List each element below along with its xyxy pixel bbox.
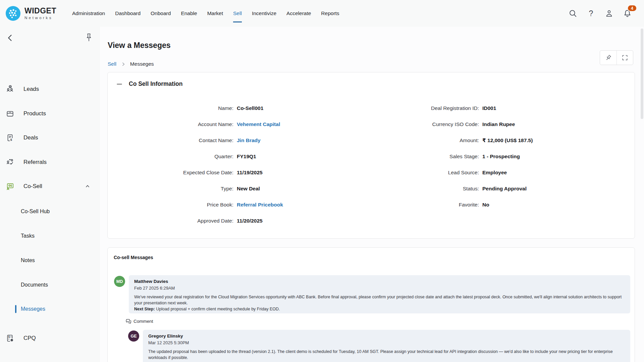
pin-page-button[interactable] (600, 51, 616, 65)
co-sell-messages-card: Co-sell Messages MD Matthew Davies Feb 2… (107, 247, 635, 362)
sidebar-item-leads[interactable]: Leads (0, 82, 100, 96)
vertical-scrollbar[interactable] (641, 28, 643, 360)
brand-name: WIDGET (24, 7, 56, 15)
field-name: Name: Co-Sell001 (108, 100, 371, 116)
message-body: We've reviewed your deal registration fo… (134, 294, 625, 312)
deals-icon: $ (6, 133, 14, 142)
breadcrumb: Sell Messeges (108, 61, 154, 67)
page-title: View a Messeges (108, 41, 171, 50)
messages-card-title: Co-sell Messages (114, 255, 153, 260)
app-window: WIDGET Networks Administration Dashboard… (0, 0, 644, 362)
sidebar-item-referrals[interactable]: Referrals (0, 155, 100, 169)
nav-market[interactable]: Market (207, 4, 223, 22)
help-icon[interactable]: ? (586, 9, 596, 18)
nav-onboard[interactable]: Onboard (151, 4, 171, 22)
collapse-section-icon[interactable] (116, 81, 123, 87)
avatar: GE (128, 330, 139, 342)
sidebar-item-deals[interactable]: $ Deals (0, 131, 100, 145)
fullscreen-button[interactable] (616, 51, 633, 65)
sidebar-item-co-sell[interactable]: $ Co-Sell (0, 179, 100, 193)
sidebar-item-messeges[interactable]: Messeges (0, 303, 100, 315)
leads-icon (6, 85, 14, 94)
user-icon[interactable] (604, 9, 614, 18)
brand-logo[interactable]: WIDGET Networks (0, 6, 72, 21)
svg-text:$: $ (8, 335, 10, 339)
co-sell-icon: $ (6, 182, 14, 191)
info-fields: Name: Co-Sell001 Account Name: Vehement … (108, 100, 635, 229)
sidebar-item-documents[interactable]: Documents (0, 279, 100, 291)
message-body: The updated proposal has been uploaded t… (148, 349, 625, 361)
field-status: Status: Pending Approval (371, 181, 635, 197)
nav-enable[interactable]: Enable (181, 4, 197, 22)
products-icon (6, 109, 14, 118)
nav-accelerate[interactable]: Accelerate (286, 4, 311, 22)
contact-name-link[interactable]: Jin Brady (237, 137, 261, 143)
field-quarter: Quarter: FY19Q1 (108, 148, 371, 165)
sidebar-collapse-back-icon[interactable] (5, 33, 15, 43)
field-approved-date: Approved Date: 11/20/2025 (108, 213, 371, 229)
referrals-icon (6, 158, 14, 167)
top-bar: WIDGET Networks Administration Dashboard… (0, 0, 644, 27)
sidebar-item-notes[interactable]: Notes (0, 254, 100, 266)
notification-count-badge: 4 (627, 5, 637, 12)
field-favorite: Favorite: No (371, 197, 635, 213)
message-author: Matthew Davies (134, 279, 625, 284)
message-author: Gregory Elinsky (148, 334, 625, 339)
section-title: Co Sell Information (129, 80, 182, 87)
field-lead-source: Lead Source: Employee (371, 165, 635, 181)
main-content: Sell Messeges View a Messeges (100, 27, 644, 362)
avatar: MD (114, 276, 125, 287)
field-type: Type: New Deal (108, 181, 371, 197)
nav-dashboard[interactable]: Dashboard (115, 4, 141, 22)
nav-incentivize[interactable]: Incentivize (252, 4, 276, 22)
nav-administration[interactable]: Administration (72, 4, 105, 22)
message-date: Feb 27 2025 6:29AM (134, 286, 625, 291)
price-book-link[interactable]: Referral Pricebook (237, 202, 283, 208)
sidebar-item-products[interactable]: Products (0, 107, 100, 121)
message-bubble: Matthew Davies Feb 27 2025 6:29AM We've … (129, 275, 630, 313)
page-actions (600, 50, 633, 65)
nav-reports[interactable]: Reports (321, 4, 339, 22)
widget-logo-icon (6, 6, 20, 21)
sidebar: Leads Products $ Deals (0, 27, 100, 362)
message-bubble: Gregory Elinsky Mar 12 2025 5:30PM The u… (143, 330, 630, 362)
field-sales-stage: Sales Stage: 1 - Prospecting (371, 148, 635, 165)
field-account-name: Account Name: Vehement Capital (108, 116, 371, 132)
field-contact-name: Contact Name: Jin Brady (108, 132, 371, 148)
nav-sell[interactable]: Sell (233, 4, 242, 22)
svg-text:$: $ (10, 138, 12, 141)
field-currency-iso-code: Currency ISO Code: Indian Rupee (371, 116, 635, 132)
field-deal-registration-id: Deal Registration ID: ID001 (371, 100, 635, 116)
search-icon[interactable] (568, 9, 578, 18)
top-navigation: Administration Dashboard Onboard Enable … (72, 4, 339, 22)
co-sell-information-card: Co Sell Information Name: Co-Sell001 Acc… (107, 72, 635, 239)
svg-text:$: $ (11, 184, 12, 187)
comment-button[interactable]: Comment (125, 318, 153, 324)
sidebar-pin-icon[interactable] (85, 33, 94, 43)
brand-subtitle: Networks (24, 16, 56, 20)
selected-indicator (15, 305, 16, 313)
scrollbar-thumb[interactable] (641, 28, 643, 119)
breadcrumb-sell-link[interactable]: Sell (108, 61, 116, 67)
comment-icon (125, 318, 132, 324)
sidebar-item-cpq[interactable]: $ CPQ (0, 331, 100, 345)
chevron-up-icon[interactable] (85, 183, 91, 189)
sidebar-item-tasks[interactable]: Tasks (0, 230, 100, 242)
field-price-book: Price Book: Referral Pricebook (108, 197, 371, 213)
breadcrumb-current: Messeges (130, 61, 154, 67)
chevron-right-icon (120, 61, 126, 67)
notifications-bell-icon[interactable]: 4 (623, 9, 632, 18)
message-date: Mar 12 2025 5:30PM (148, 340, 625, 345)
account-name-link[interactable]: Vehement Capital (237, 121, 280, 127)
field-amount: Amount: ₹ 12,000 (US$ 187.5) (371, 132, 635, 148)
cpq-icon: $ (6, 334, 14, 343)
field-expected-close-date: Expected Close Date: 11/19/2025 (108, 165, 371, 181)
sidebar-item-co-sell-hub[interactable]: Co-Sell Hub (0, 205, 100, 218)
